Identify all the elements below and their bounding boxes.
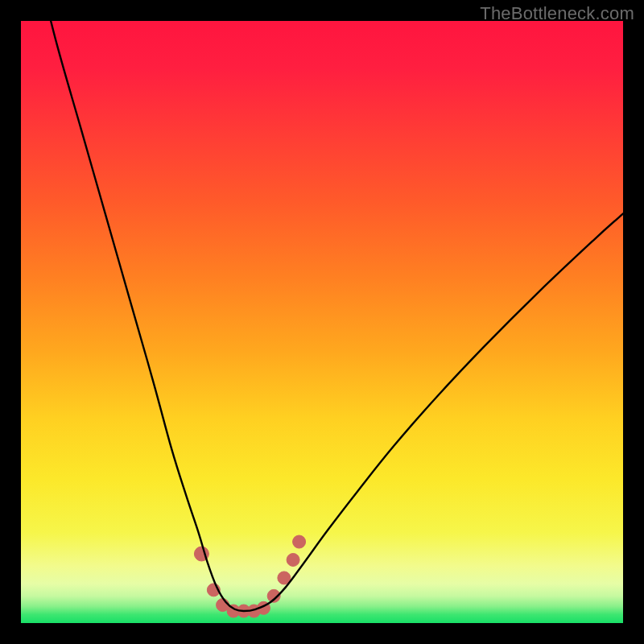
curve-marker bbox=[287, 553, 299, 566]
chart-frame: TheBottleneck.com bbox=[0, 0, 644, 644]
watermark-text: TheBottleneck.com bbox=[480, 3, 634, 24]
bottleneck-curve bbox=[39, 21, 623, 611]
marker-group bbox=[194, 535, 305, 617]
plot-area bbox=[21, 21, 623, 623]
curve-layer bbox=[21, 21, 623, 623]
curve-marker bbox=[293, 535, 306, 548]
